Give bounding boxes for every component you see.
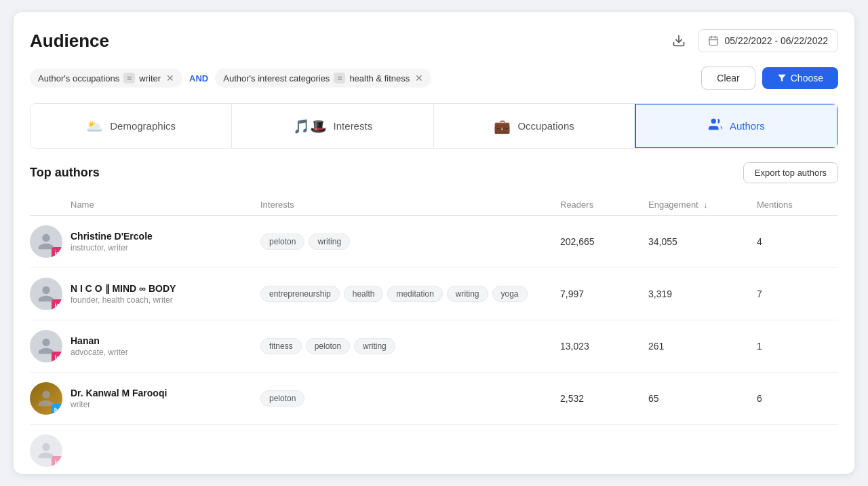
tab-occupations[interactable]: 💼 Occupations [434,104,635,148]
svg-rect-1 [709,37,717,45]
author-name-3: Hanan [71,335,260,346]
tab-authors[interactable]: Authors [635,103,838,149]
authors-table: Name Interests Readers Engagement ↓ Ment… [30,194,838,470]
tab-occupations-label: Occupations [517,120,574,132]
filter-bar: Author's occupations = writer ✕ AND Auth… [30,67,838,90]
occupations-icon: 💼 [494,118,511,134]
col-avatar [30,200,71,210]
readers-1: 202,665 [560,236,648,247]
interest-tag: writing [447,286,488,302]
engagement-4: 65 [648,393,757,404]
filter-operator-2: = [334,73,345,83]
col-name: Name [71,200,260,210]
mentions-4: 6 [757,393,838,404]
interest-tag: fitness [260,338,302,354]
author-name-2: N I C O ∥ MIND ∞ BODY [71,283,260,294]
filter-value-2: health & fitness [349,73,410,83]
readers-4: 2,532 [560,393,648,404]
mentions-1: 4 [757,236,838,247]
filter-value-1: writer [139,73,161,83]
author-avatar-1: ig [30,225,71,258]
engagement-2: 3,319 [648,288,757,299]
author-info-3: Hanan advocate, writer [71,335,260,357]
engagement-1: 34,055 [648,236,757,247]
readers-3: 13,023 [560,341,648,352]
tab-demographics[interactable]: 🌥️ Demographics [31,104,232,148]
author-info-1: Christine D'Ercole instructor, writer [71,231,260,253]
platform-badge-5: ig [52,456,62,467]
mentions-3: 1 [757,341,838,352]
readers-2: 7,997 [560,288,648,299]
demographics-icon: 🌥️ [86,118,103,134]
svg-point-6 [711,119,716,124]
platform-badge-2: ig [52,299,62,310]
interest-tag: peloton [260,233,304,250]
filter-icon [777,73,787,83]
svg-marker-5 [778,75,786,82]
platform-badge-1: ig [52,247,62,258]
sort-icon: ↓ [703,200,708,210]
date-range-value: 05/22/2022 - 06/22/2022 [724,35,828,46]
tab-bar: 🌥️ Demographics 🎵🎩 Interests 💼 Occupatio… [30,103,838,149]
author-avatar-3: ig [30,330,71,362]
calendar-icon [708,35,719,46]
interest-tag: peloton [306,338,350,354]
tab-demographics-label: Demographics [110,120,176,132]
author-name-1: Christine D'Ercole [71,231,260,242]
interests-2: entrepreneurship health meditation writi… [260,286,560,302]
table-row: tw Dr. Kanwal M Farooqi writer peloton 2… [30,373,838,425]
interests-icon: 🎵🎩 [293,118,327,134]
table-row: ig Christine D'Ercole instructor, writer… [30,216,838,268]
table-row: ig N I C O ∥ MIND ∞ BODY founder, health… [30,268,838,320]
filter-label-2: Author's interest categories [223,73,330,83]
author-subtitle-1: instructor, writer [71,243,260,253]
main-card: Audience 05/22/2022 - 06/22/2022 [14,12,854,474]
platform-badge-3: ig [52,352,62,362]
tab-interests[interactable]: 🎵🎩 Interests [232,104,433,148]
mentions-2: 7 [757,288,838,299]
filter-actions: Clear Choose [701,67,838,90]
col-mentions: Mentions [757,200,838,210]
filter-close-2[interactable]: ✕ [415,73,423,83]
interest-tag: health [344,286,384,302]
filter-chip-interests: Author's interest categories = health & … [215,69,431,88]
filter-operator-1: = [123,73,135,83]
interests-3: fitness peloton writing [260,338,560,354]
author-subtitle-2: founder, health coach, writer [71,295,260,305]
filter-label-1: Author's occupations [38,73,119,83]
interest-tag: entrepreneurship [260,286,340,302]
tab-authors-label: Authors [730,120,765,132]
author-subtitle-3: advocate, writer [71,348,260,357]
author-info-4: Dr. Kanwal M Farooqi writer [71,388,260,409]
author-avatar-2: ig [30,278,71,310]
authors-icon [708,117,723,135]
section-header: Top authors Export top authors [30,162,838,183]
and-operator: AND [189,73,208,83]
page-title: Audience [30,31,109,52]
table-row-partial: ig [30,425,838,470]
engagement-3: 261 [648,341,757,352]
col-interests: Interests [260,200,560,210]
page-header: Audience 05/22/2022 - 06/22/2022 [30,29,838,53]
author-avatar-5: ig [30,434,71,467]
header-actions: 05/22/2022 - 06/22/2022 [667,29,838,53]
choose-button[interactable]: Choose [762,67,838,89]
filter-chip-occupations: Author's occupations = writer ✕ [30,69,182,88]
col-readers: Readers [560,200,648,210]
date-range-picker[interactable]: 05/22/2022 - 06/22/2022 [698,29,838,52]
tab-interests-label: Interests [334,120,373,132]
interests-4: peloton [260,390,560,407]
interest-tag: yoga [492,286,528,302]
author-info-2: N I C O ∥ MIND ∞ BODY founder, health co… [71,283,260,305]
platform-badge-4: tw [52,404,62,415]
export-button[interactable]: Export top authors [743,162,838,183]
table-header: Name Interests Readers Engagement ↓ Ment… [30,194,838,216]
col-engagement: Engagement ↓ [648,200,757,210]
author-avatar-4: tw [30,382,71,415]
filter-close-1[interactable]: ✕ [166,73,174,83]
clear-button[interactable]: Clear [701,67,755,90]
interests-1: peloton writing [260,233,560,250]
interest-tag: peloton [260,390,304,407]
author-name-4: Dr. Kanwal M Farooqi [71,388,260,398]
download-icon[interactable] [667,29,691,53]
